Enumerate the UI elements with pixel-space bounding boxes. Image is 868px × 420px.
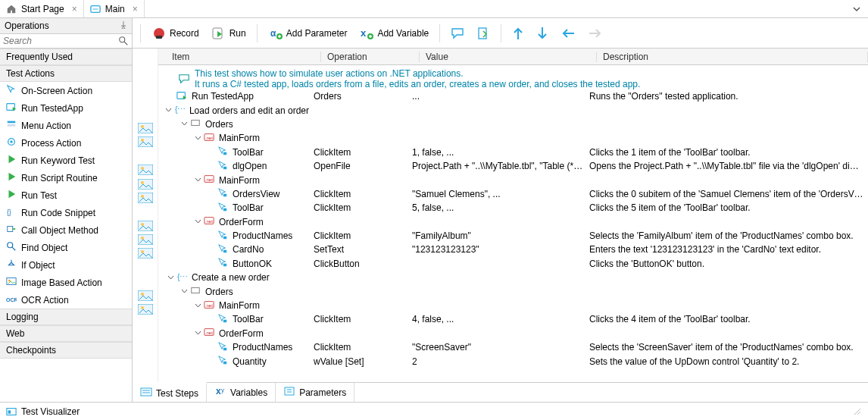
- search-icon[interactable]: [118, 36, 129, 46]
- table-row[interactable]: ProductNamesClickItem"FamilyAlbum"Select…: [158, 229, 868, 243]
- visualizer-thumb[interactable]: [133, 302, 158, 316]
- resize-grip-icon[interactable]: [853, 407, 862, 416]
- svg-rect-65: [223, 362, 226, 365]
- table-body[interactable]: This test shows how to simulate user act…: [158, 65, 868, 382]
- table-row[interactable]: Run TestedAppOrders...Runs the "Orders" …: [158, 89, 868, 103]
- col-value[interactable]: Value: [420, 52, 597, 62]
- keyword-test-icon: [90, 4, 101, 14]
- operation-item[interactable]: Run Test: [0, 186, 132, 204]
- operation-item[interactable]: Run Script Routine: [0, 169, 132, 186]
- operation-item[interactable]: Find Object: [0, 239, 132, 256]
- bottom-tab-variables[interactable]: xyVariables: [207, 383, 276, 402]
- close-icon[interactable]: ×: [133, 4, 138, 14]
- visualizer-thumb[interactable]: [133, 135, 158, 149]
- collapse-icon[interactable]: [165, 106, 173, 115]
- row-val: 4, false, ...: [412, 314, 589, 324]
- operation-item[interactable]: {}Run Code Snippet: [0, 204, 132, 221]
- collapse-icon[interactable]: [193, 133, 202, 143]
- row-item-label: CardNo: [233, 244, 264, 255]
- close-icon[interactable]: ×: [72, 4, 77, 14]
- outdent-button[interactable]: [556, 25, 580, 42]
- table-row[interactable]: QuantitywValue [Set]2Sets the value of t…: [158, 354, 868, 368]
- collapse-icon[interactable]: [193, 329, 202, 338]
- collapse-icon[interactable]: [193, 176, 202, 185]
- table-row[interactable]: dlgOpenOpenFileProject.Path + "..\\MyTab…: [158, 159, 868, 173]
- svg-rect-56: [223, 264, 226, 267]
- svg-point-1: [120, 37, 125, 42]
- visualizer-thumb[interactable]: [133, 121, 158, 135]
- table-row[interactable]: .netMainForm: [158, 131, 868, 145]
- visualizer-thumb[interactable]: [133, 233, 158, 246]
- visualizer-thumb[interactable]: [133, 191, 158, 205]
- svg-rect-27: [138, 179, 153, 190]
- record-button[interactable]: Record: [147, 24, 204, 43]
- category-header[interactable]: Test Actions: [0, 65, 132, 82]
- operation-item[interactable]: Menu Action: [0, 117, 132, 134]
- category-header[interactable]: Web: [0, 325, 132, 342]
- svg-rect-21: [138, 123, 153, 133]
- col-operation[interactable]: Operation: [321, 52, 420, 62]
- table-row[interactable]: Orders: [158, 118, 868, 131]
- move-down-button[interactable]: [532, 24, 553, 43]
- operation-item[interactable]: Call Object Method: [0, 221, 132, 239]
- table-row[interactable]: ButtonOKClickButtonClicks the 'ButtonOK'…: [158, 257, 868, 271]
- collapse-icon[interactable]: [180, 120, 189, 129]
- visualizer-thumb[interactable]: [133, 219, 158, 233]
- collapse-icon[interactable]: [193, 218, 202, 227]
- operation-item[interactable]: On-Screen Action: [0, 82, 132, 99]
- visualizer-thumb[interactable]: [133, 246, 158, 260]
- table-row[interactable]: {⋯}Load orders and edit an order: [158, 103, 868, 117]
- category-header[interactable]: Checkpoints: [0, 342, 132, 359]
- visualizer-thumb: [133, 274, 158, 288]
- data-button[interactable]: [472, 24, 495, 42]
- operation-item[interactable]: Process Action: [0, 134, 132, 152]
- svg-rect-54: [223, 236, 226, 239]
- search-input[interactable]: [3, 36, 118, 46]
- table-row[interactable]: .netMainForm: [158, 299, 868, 312]
- row-item-label: Create a new order: [192, 272, 270, 283]
- operation-item[interactable]: Run Keyword Test: [0, 152, 132, 169]
- call-method-icon: [6, 224, 17, 237]
- table-row[interactable]: .netMainForm: [158, 173, 868, 186]
- status-label[interactable]: Test Visualizer: [21, 406, 80, 417]
- table-row[interactable]: {⋯}Create a new order: [158, 271, 868, 284]
- pin-icon[interactable]: [120, 20, 127, 31]
- table-row[interactable]: ToolBarClickItem4, false, ...Clicks the …: [158, 312, 868, 326]
- indent-button[interactable]: [583, 25, 607, 42]
- add-parameter-button[interactable]: α Add Parameter: [264, 24, 352, 43]
- collapse-icon[interactable]: [166, 273, 175, 282]
- operation-item[interactable]: If Object: [0, 256, 132, 274]
- table-row[interactable]: .netOrderForm: [158, 327, 868, 340]
- operations-search[interactable]: [0, 34, 132, 49]
- bottom-tab-test-steps[interactable]: Test Steps: [133, 382, 207, 403]
- add-variable-button[interactable]: x Add Variable: [354, 24, 433, 43]
- col-description[interactable]: Description: [597, 52, 868, 62]
- category-header[interactable]: Logging: [0, 309, 132, 325]
- svg-rect-3: [8, 121, 16, 124]
- col-item[interactable]: Item: [166, 52, 321, 62]
- table-row[interactable]: ToolBarClickItem1, false, ...Clicks the …: [158, 146, 868, 159]
- run-button[interactable]: Run: [207, 24, 251, 43]
- net-icon: .net: [204, 174, 214, 186]
- operation-item[interactable]: Image Based Action: [0, 274, 132, 291]
- tabbar-menu[interactable]: [845, 0, 868, 17]
- tab-main[interactable]: Main ×: [84, 0, 145, 17]
- table-row[interactable]: Orders: [158, 284, 868, 298]
- table-row[interactable]: ProductNamesClickItem"ScreenSaver"Select…: [158, 340, 868, 354]
- move-up-button[interactable]: [507, 24, 529, 43]
- visualizer-thumb[interactable]: [133, 177, 158, 190]
- table-row[interactable]: CardNoSetText"123123123123"Enters the te…: [158, 243, 868, 256]
- collapse-icon[interactable]: [180, 287, 189, 296]
- operation-item[interactable]: OCROCR Action: [0, 291, 132, 309]
- category-header[interactable]: Frequently Used: [0, 49, 132, 65]
- table-row[interactable]: OrdersViewClickItem"Samuel Clemens", ...…: [158, 187, 868, 201]
- tab-start-page[interactable]: Start Page ×: [0, 0, 84, 17]
- comment-button[interactable]: [446, 24, 469, 42]
- table-row[interactable]: ToolBarClickItem5, false, ...Clicks the …: [158, 201, 868, 215]
- operation-item[interactable]: Run TestedApp: [0, 99, 132, 117]
- visualizer-thumb[interactable]: [133, 163, 158, 177]
- bottom-tab-parameters[interactable]: Parameters: [276, 383, 354, 402]
- collapse-icon[interactable]: [193, 301, 202, 310]
- table-row[interactable]: .netOrderForm: [158, 215, 868, 229]
- visualizer-thumb[interactable]: [133, 288, 158, 302]
